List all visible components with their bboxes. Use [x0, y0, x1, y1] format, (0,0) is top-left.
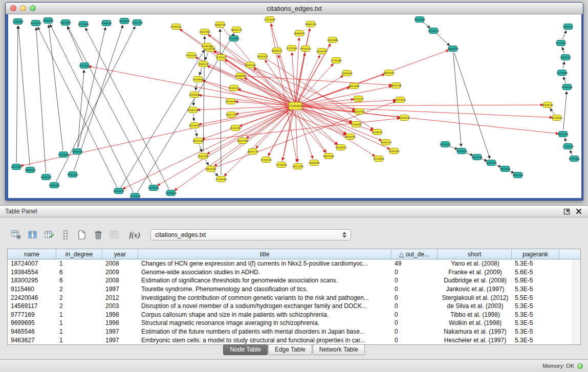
table-cell[interactable]: 5.3E-5 — [512, 311, 559, 318]
graph-edge[interactable] — [214, 108, 292, 166]
table-cell[interactable]: 5.3E-5 — [512, 302, 559, 310]
graph-node[interactable]: 16984510 — [294, 31, 306, 36]
graph-edge[interactable] — [296, 29, 310, 102]
graph-node[interactable]: 18200432 — [316, 49, 328, 54]
table-row[interactable]: 946554611997Estimation of the future num… — [8, 327, 580, 336]
graph-edge[interactable] — [254, 68, 292, 103]
table-cell[interactable]: 5.3E-5 — [512, 328, 559, 335]
graph-node[interactable]: 17705129 — [562, 144, 574, 149]
graph-node[interactable]: 15495213 — [380, 140, 392, 145]
table-cell[interactable]: 1 — [56, 311, 102, 318]
graph-edge[interactable] — [299, 86, 391, 105]
table-cell[interactable]: 0 — [391, 337, 438, 344]
graph-node[interactable]: 14203615 — [192, 77, 204, 82]
table-cell[interactable]: 6 — [56, 277, 102, 284]
graph-node[interactable]: 15082167 — [40, 174, 52, 180]
graph-node[interactable]: 11283497 — [12, 19, 24, 25]
graph-node[interactable]: 15315204 — [230, 125, 242, 131]
graph-node[interactable]: 15234816 — [373, 156, 385, 162]
graph-edge[interactable] — [550, 108, 554, 114]
graph-node[interactable]: 19585201 — [170, 24, 182, 30]
table-cell[interactable]: Wolkin et al. (1998) — [438, 319, 512, 326]
show-columns-icon[interactable] — [26, 228, 40, 242]
graph-node[interactable]: 12806153 — [25, 167, 36, 173]
table-cell[interactable]: 0 — [391, 302, 438, 310]
graph-node[interactable]: 21573016 — [395, 97, 406, 103]
graph-node[interactable]: 19684521 — [271, 48, 283, 54]
graph-node[interactable]: 12810347 — [557, 132, 569, 137]
graph-node[interactable]: 18530296 — [471, 155, 483, 160]
tab-edge-table[interactable]: Edge Table — [268, 344, 312, 355]
column-header-out-de-[interactable]: △ out_de... — [391, 249, 438, 259]
graph-edge[interactable] — [36, 28, 46, 173]
column-header-pagerank[interactable]: pagerank — [512, 249, 559, 259]
graph-edge[interactable] — [38, 27, 117, 187]
graph-edge[interactable] — [570, 150, 572, 155]
table-cell[interactable]: Corpus callosum shape and size in male p… — [138, 311, 391, 318]
table-cell[interactable]: 9699695 — [8, 319, 56, 326]
table-cell[interactable]: 1998 — [102, 319, 138, 326]
table-cell[interactable]: Dudbridge et al. (2008) — [438, 277, 512, 284]
table-cell[interactable]: 22420046 — [8, 294, 56, 301]
graph-node[interactable]: 18162034 — [414, 17, 426, 23]
close-button[interactable] — [10, 5, 16, 11]
graph-node[interactable]: 10852647 — [512, 172, 524, 178]
table-cell[interactable]: 2003 — [102, 302, 138, 310]
table-cell[interactable]: 9115460 — [8, 286, 56, 293]
graph-node[interactable]: 17284925 — [276, 162, 288, 168]
table-cell[interactable]: 1997 — [102, 328, 138, 335]
graph-node[interactable]: 19881204 — [305, 21, 317, 27]
table-cell[interactable]: 0 — [391, 319, 438, 326]
table-row[interactable]: 977716911998Corpus callosum shape and si… — [8, 311, 580, 319]
graph-edge[interactable] — [299, 106, 558, 134]
graph-node[interactable]: 18660123 — [231, 27, 243, 33]
graph-node[interactable]: 20510362 — [79, 63, 91, 69]
table-cell[interactable]: 5.3E-5 — [512, 337, 559, 344]
vertical-scrollbar[interactable] — [573, 259, 580, 344]
table-cell[interactable]: Estimation of the future numbers of pati… — [138, 328, 391, 335]
graph-node[interactable]: 14206513 — [428, 28, 440, 34]
table-cell[interactable]: 9463627 — [8, 337, 56, 344]
table-cell[interactable]: 0 — [391, 269, 438, 276]
table-row[interactable]: 911546021997Tourette syndrome. Phenomeno… — [8, 285, 580, 294]
table-cell[interactable]: Estimation of significance thresholds fo… — [138, 277, 391, 284]
graph-node[interactable]: 10966091 — [309, 160, 320, 166]
graph-node[interactable]: 12981736 — [187, 107, 199, 113]
column-header-short[interactable]: short — [438, 249, 512, 259]
graph-edge[interactable] — [299, 99, 354, 105]
graph-edge[interactable] — [453, 53, 462, 146]
graph-node[interactable]: 15958745 — [542, 102, 554, 108]
minimize-button[interactable] — [20, 5, 26, 11]
graph-node[interactable]: 18237465 — [11, 164, 23, 170]
graph-edge[interactable] — [200, 145, 202, 152]
graph-edge[interactable] — [495, 164, 500, 167]
graph-node[interactable]: 10991402 — [388, 148, 400, 154]
graph-edge[interactable] — [200, 68, 202, 75]
graph-edge[interactable] — [423, 22, 430, 28]
graph-node[interactable]: 15549413 — [335, 145, 347, 150]
graph-node[interactable]: 19273840 — [78, 21, 90, 27]
graph-edge[interactable] — [50, 25, 133, 192]
graph-node[interactable]: 17036185 — [215, 177, 227, 182]
table-cell[interactable]: Genome-wide association studies in ADHD. — [138, 269, 391, 276]
graph-edge[interactable] — [195, 57, 292, 104]
table-cell[interactable]: 0 — [391, 286, 438, 293]
table-cell[interactable]: 0 — [391, 277, 438, 284]
graph-node[interactable]: 11440426 — [399, 115, 410, 121]
graph-edge[interactable] — [299, 107, 390, 149]
table-cell[interactable]: 2009 — [102, 269, 138, 276]
graph-node[interactable]: 16685203 — [214, 22, 226, 28]
graph-node[interactable]: 14623981 — [349, 83, 360, 89]
table-cell[interactable]: Franke et al. (2009) — [438, 269, 512, 276]
graph-edge[interactable] — [203, 36, 205, 152]
graph-node[interactable]: 12162957 — [351, 122, 362, 127]
table-cell[interactable]: 1 — [56, 337, 102, 344]
graph-edge[interactable] — [220, 29, 221, 175]
graph-node[interactable]: 10476285 — [148, 185, 160, 191]
graph-node[interactable]: 16793105 — [440, 142, 451, 147]
table-cell[interactable]: 9465546 — [8, 328, 56, 335]
table-row[interactable]: 1938455462009Genome-wide association stu… — [8, 268, 580, 277]
table-cell[interactable]: Nakamura et al. (1997) — [438, 328, 512, 335]
graph-node[interactable]: 16469896 — [327, 37, 339, 43]
graph-edge[interactable] — [299, 106, 355, 112]
